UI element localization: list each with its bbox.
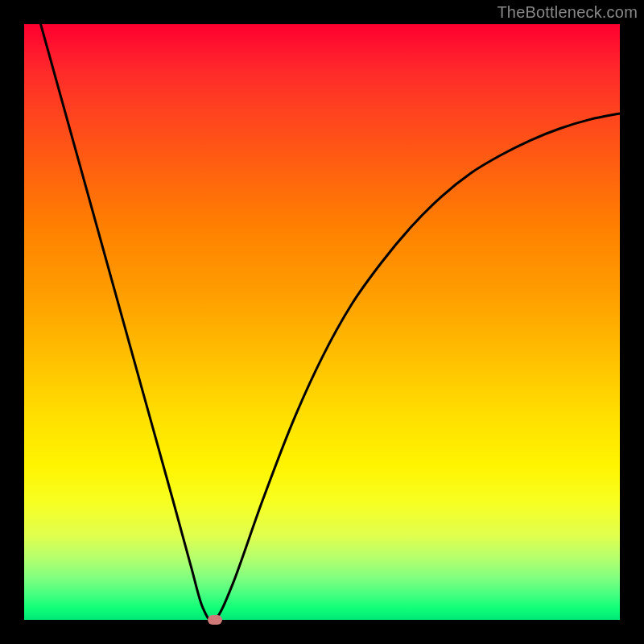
plot-area xyxy=(24,24,620,620)
minimum-marker xyxy=(208,615,222,625)
watermark-text: TheBottleneck.com xyxy=(497,3,638,22)
bottleneck-curve xyxy=(24,24,620,620)
chart-frame: TheBottleneck.com xyxy=(0,0,644,644)
